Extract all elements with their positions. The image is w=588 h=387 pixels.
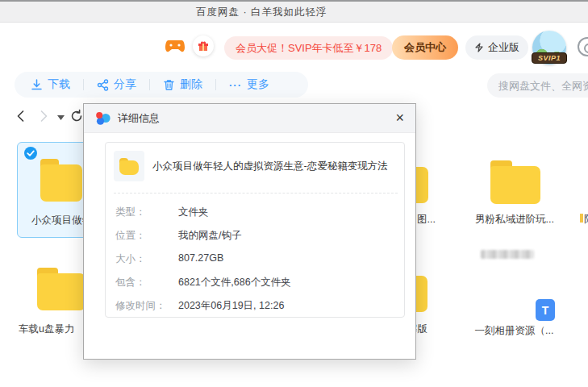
toolbar-divider xyxy=(149,79,150,90)
details-dialog: 详细信息 × 小众项目做年轻人的虚拟资源生意-恋爱秘籍变现方法 类型： 文件夹 … xyxy=(83,103,416,360)
history-dropdown-icon[interactable] xyxy=(57,115,65,120)
trash-icon xyxy=(163,79,175,91)
file-thumbnail xyxy=(114,151,144,181)
member-center-button[interactable]: 会员中心 xyxy=(392,35,458,60)
forward-icon[interactable] xyxy=(37,110,50,123)
headset-icon[interactable] xyxy=(578,37,588,56)
window-title: 百度网盘 · 白羊我如此轻浮 xyxy=(196,6,327,19)
back-icon[interactable] xyxy=(15,110,27,123)
game-icon[interactable] xyxy=(165,38,185,55)
svip-badge: SVIP1 xyxy=(532,52,567,64)
toolbar-divider xyxy=(215,79,216,90)
dialog-content-box: 小众项目做年轻人的虚拟资源生意-恋爱秘籍变现方法 类型： 文件夹 位置： 我的网… xyxy=(105,142,405,318)
titlebar: 百度网盘 · 白羊我如此轻浮 xyxy=(0,0,588,23)
download-icon xyxy=(31,79,43,91)
enterprise-button[interactable]: 企业版 xyxy=(465,35,528,60)
promo-banner[interactable]: 会员大促！SVIP年卡低至￥178 xyxy=(224,36,393,60)
share-icon xyxy=(97,79,109,91)
file-name: 男粉私域进阶玩... xyxy=(466,213,563,227)
netdisk-logo-icon xyxy=(95,110,111,127)
folder-icon[interactable] xyxy=(490,160,540,204)
delete-button[interactable]: 删除 xyxy=(163,77,202,92)
close-icon[interactable]: × xyxy=(395,109,404,127)
promo-text: 会员大促！SVIP年卡低至￥178 xyxy=(236,41,382,56)
blurred-text xyxy=(481,250,534,259)
share-button[interactable]: 分享 xyxy=(97,77,136,92)
checkmark-icon[interactable] xyxy=(24,147,37,160)
more-icon: ··· xyxy=(229,79,242,91)
enterprise-icon xyxy=(474,43,484,52)
toolbar-divider xyxy=(83,79,84,90)
action-toolbar: 下载 分享 删除 ··· 更多 xyxy=(15,72,308,98)
text-file-icon[interactable]: T xyxy=(536,299,555,321)
dashed-divider xyxy=(114,193,398,194)
detail-file-name: 小众项目做年轻人的虚拟资源生意-恋爱秘籍变现方法 xyxy=(152,160,398,173)
folder-icon xyxy=(119,158,139,175)
download-button[interactable]: 下载 xyxy=(31,77,70,92)
folder-icon xyxy=(40,159,82,202)
file-name: 车载u盘暴力 xyxy=(19,322,74,336)
more-button[interactable]: ··· 更多 xyxy=(229,77,269,92)
dialog-title: 详细信息 xyxy=(118,111,160,126)
file-name-fragment: 阳 xyxy=(580,213,588,226)
folder-icon[interactable] xyxy=(37,268,85,310)
baidu-netdisk-window: 百度网盘 · 白羊我如此轻浮 会员大促！SVIP年卡低至￥178 会员中心 企业… xyxy=(0,0,588,387)
file-name: 一刻相册资源（... xyxy=(464,324,565,338)
search-input[interactable] xyxy=(487,73,588,98)
dialog-header: 详细信息 × xyxy=(84,104,415,133)
gift-icon[interactable] xyxy=(193,35,214,56)
refresh-icon[interactable] xyxy=(69,109,84,123)
file-name-fragment: 图... xyxy=(417,213,436,227)
